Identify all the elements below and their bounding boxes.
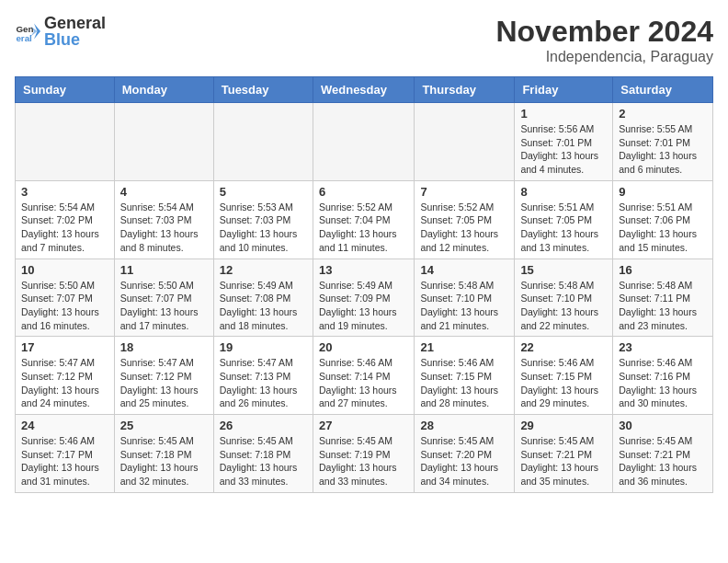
day-cell: 11Sunrise: 5:50 AM Sunset: 7:07 PM Dayli… — [114, 259, 213, 337]
calendar: SundayMondayTuesdayWednesdayThursdayFrid… — [15, 76, 713, 493]
day-number: 21 — [420, 340, 508, 354]
day-info: Sunrise: 5:46 AM Sunset: 7:15 PM Dayligh… — [420, 356, 508, 410]
day-cell: 5Sunrise: 5:53 AM Sunset: 7:03 PM Daylig… — [213, 180, 313, 259]
day-number: 15 — [520, 263, 607, 277]
week-row-2: 3Sunrise: 5:54 AM Sunset: 7:02 PM Daylig… — [16, 180, 713, 259]
day-number: 19 — [220, 340, 307, 354]
day-info: Sunrise: 5:51 AM Sunset: 7:06 PM Dayligh… — [619, 201, 707, 255]
day-info: Sunrise: 5:55 AM Sunset: 7:01 PM Dayligh… — [619, 122, 707, 177]
location-title: Independencia, Paraguay — [495, 49, 713, 65]
day-info: Sunrise: 5:45 AM Sunset: 7:21 PM Dayligh… — [619, 434, 707, 488]
header: Gen eral General Blue November 2024 Inde… — [15, 15, 713, 65]
day-info: Sunrise: 5:45 AM Sunset: 7:18 PM Dayligh… — [120, 434, 208, 488]
day-cell: 22Sunrise: 5:46 AM Sunset: 7:15 PM Dayli… — [515, 337, 613, 415]
day-number: 8 — [520, 185, 607, 199]
day-cell: 29Sunrise: 5:45 AM Sunset: 7:21 PM Dayli… — [515, 415, 613, 493]
day-cell: 7Sunrise: 5:52 AM Sunset: 7:05 PM Daylig… — [415, 180, 515, 259]
day-cell: 25Sunrise: 5:45 AM Sunset: 7:18 PM Dayli… — [114, 415, 213, 493]
day-number: 3 — [21, 185, 108, 199]
day-number: 13 — [319, 263, 408, 277]
day-number: 29 — [520, 419, 607, 432]
day-number: 16 — [619, 263, 707, 277]
day-info: Sunrise: 5:54 AM Sunset: 7:03 PM Dayligh… — [120, 201, 208, 255]
day-number: 1 — [520, 107, 607, 121]
day-cell: 15Sunrise: 5:48 AM Sunset: 7:10 PM Dayli… — [515, 259, 613, 337]
day-number: 23 — [619, 340, 707, 354]
day-number: 5 — [220, 185, 307, 199]
calendar-body: 1Sunrise: 5:56 AM Sunset: 7:01 PM Daylig… — [16, 103, 713, 493]
day-number: 30 — [619, 419, 707, 432]
day-cell — [16, 103, 115, 181]
day-cell: 8Sunrise: 5:51 AM Sunset: 7:05 PM Daylig… — [515, 180, 613, 259]
day-number: 24 — [21, 419, 108, 432]
day-info: Sunrise: 5:48 AM Sunset: 7:10 PM Dayligh… — [420, 279, 508, 333]
day-header-monday: Monday — [114, 77, 213, 103]
day-cell: 17Sunrise: 5:47 AM Sunset: 7:12 PM Dayli… — [16, 337, 115, 415]
week-row-1: 1Sunrise: 5:56 AM Sunset: 7:01 PM Daylig… — [16, 103, 713, 181]
day-cell: 4Sunrise: 5:54 AM Sunset: 7:03 PM Daylig… — [114, 180, 213, 259]
day-cell: 30Sunrise: 5:45 AM Sunset: 7:21 PM Dayli… — [613, 415, 713, 493]
day-cell: 3Sunrise: 5:54 AM Sunset: 7:02 PM Daylig… — [16, 180, 115, 259]
day-info: Sunrise: 5:51 AM Sunset: 7:05 PM Dayligh… — [520, 201, 607, 255]
day-cell: 28Sunrise: 5:45 AM Sunset: 7:20 PM Dayli… — [415, 415, 515, 493]
week-row-5: 24Sunrise: 5:46 AM Sunset: 7:17 PM Dayli… — [16, 415, 713, 493]
day-number: 11 — [120, 263, 208, 277]
day-number: 18 — [120, 340, 208, 354]
day-number: 20 — [319, 340, 408, 354]
day-info: Sunrise: 5:45 AM Sunset: 7:20 PM Dayligh… — [420, 434, 508, 488]
day-number: 26 — [220, 419, 307, 432]
day-cell — [213, 103, 313, 181]
day-cell: 12Sunrise: 5:49 AM Sunset: 7:08 PM Dayli… — [213, 259, 313, 337]
day-header-thursday: Thursday — [415, 77, 515, 103]
day-cell: 23Sunrise: 5:46 AM Sunset: 7:16 PM Dayli… — [613, 337, 713, 415]
day-header-saturday: Saturday — [613, 77, 713, 103]
logo-icon: Gen eral — [15, 18, 40, 44]
calendar-header: SundayMondayTuesdayWednesdayThursdayFrid… — [16, 77, 713, 103]
week-row-4: 17Sunrise: 5:47 AM Sunset: 7:12 PM Dayli… — [16, 337, 713, 415]
day-cell — [114, 103, 213, 181]
day-number: 2 — [619, 107, 707, 121]
day-cell: 2Sunrise: 5:55 AM Sunset: 7:01 PM Daylig… — [613, 103, 713, 181]
week-row-3: 10Sunrise: 5:50 AM Sunset: 7:07 PM Dayli… — [16, 259, 713, 337]
day-number: 22 — [520, 340, 607, 354]
title-area: November 2024 Independencia, Paraguay — [495, 15, 713, 65]
day-number: 25 — [120, 419, 208, 432]
day-info: Sunrise: 5:53 AM Sunset: 7:03 PM Dayligh… — [220, 201, 307, 255]
day-cell — [313, 103, 414, 181]
day-info: Sunrise: 5:48 AM Sunset: 7:11 PM Dayligh… — [619, 279, 707, 333]
day-header-wednesday: Wednesday — [313, 77, 414, 103]
day-number: 28 — [420, 419, 508, 432]
day-cell: 14Sunrise: 5:48 AM Sunset: 7:10 PM Dayli… — [415, 259, 515, 337]
day-info: Sunrise: 5:45 AM Sunset: 7:18 PM Dayligh… — [220, 434, 307, 488]
day-cell: 19Sunrise: 5:47 AM Sunset: 7:13 PM Dayli… — [213, 337, 313, 415]
day-cell: 27Sunrise: 5:45 AM Sunset: 7:19 PM Dayli… — [313, 415, 414, 493]
day-cell: 10Sunrise: 5:50 AM Sunset: 7:07 PM Dayli… — [16, 259, 115, 337]
month-title: November 2024 — [495, 15, 713, 49]
day-number: 27 — [319, 419, 408, 432]
day-number: 7 — [420, 185, 508, 199]
day-info: Sunrise: 5:46 AM Sunset: 7:17 PM Dayligh… — [21, 434, 108, 488]
day-info: Sunrise: 5:49 AM Sunset: 7:09 PM Dayligh… — [319, 279, 408, 333]
day-info: Sunrise: 5:54 AM Sunset: 7:02 PM Dayligh… — [21, 201, 108, 255]
day-info: Sunrise: 5:47 AM Sunset: 7:12 PM Dayligh… — [120, 356, 208, 410]
day-info: Sunrise: 5:50 AM Sunset: 7:07 PM Dayligh… — [120, 279, 208, 333]
day-info: Sunrise: 5:52 AM Sunset: 7:04 PM Dayligh… — [319, 201, 408, 255]
day-cell: 16Sunrise: 5:48 AM Sunset: 7:11 PM Dayli… — [613, 259, 713, 337]
day-number: 10 — [21, 263, 108, 277]
logo-blue: Blue — [44, 30, 80, 49]
day-header-tuesday: Tuesday — [213, 77, 313, 103]
day-info: Sunrise: 5:46 AM Sunset: 7:15 PM Dayligh… — [520, 356, 607, 410]
day-header-friday: Friday — [515, 77, 613, 103]
day-number: 9 — [619, 185, 707, 199]
day-cell — [415, 103, 515, 181]
day-cell: 26Sunrise: 5:45 AM Sunset: 7:18 PM Dayli… — [213, 415, 313, 493]
day-info: Sunrise: 5:48 AM Sunset: 7:10 PM Dayligh… — [520, 279, 607, 333]
day-cell: 24Sunrise: 5:46 AM Sunset: 7:17 PM Dayli… — [16, 415, 115, 493]
day-info: Sunrise: 5:45 AM Sunset: 7:21 PM Dayligh… — [520, 434, 607, 488]
day-number: 14 — [420, 263, 508, 277]
day-number: 17 — [21, 340, 108, 354]
day-info: Sunrise: 5:52 AM Sunset: 7:05 PM Dayligh… — [420, 201, 508, 255]
day-cell: 18Sunrise: 5:47 AM Sunset: 7:12 PM Dayli… — [114, 337, 213, 415]
logo-general: General — [44, 14, 106, 32]
day-number: 4 — [120, 185, 208, 199]
